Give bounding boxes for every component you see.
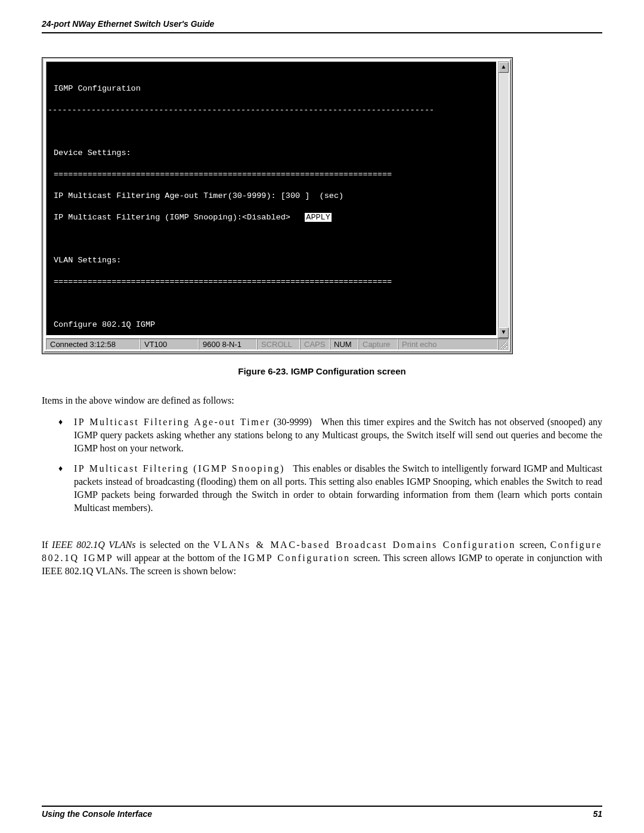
- status-emulation: VT100: [140, 339, 199, 350]
- igmp-config-ref: IGMP Configuration: [243, 553, 350, 563]
- footer-rule: [42, 806, 602, 807]
- resize-grip[interactable]: [498, 339, 509, 350]
- page-footer: Using the Console Interface 51: [42, 806, 602, 819]
- terminal-window: IGMP Configuration ---------------------…: [42, 57, 513, 354]
- bullet-item-1: ♦ IP Multicast Filtering Age-out Timer (…: [58, 416, 602, 455]
- p-seg: If: [42, 540, 52, 550]
- header-rule: [42, 32, 602, 33]
- status-print-echo: Print echo: [398, 339, 498, 350]
- term-blank: [47, 234, 496, 244]
- p-seg: is selected on the: [136, 540, 213, 550]
- status-baud: 9600 8-N-1: [199, 339, 257, 350]
- bullet-1-body: IP Multicast Filtering Age-out Timer (30…: [74, 416, 602, 455]
- scroll-up-button[interactable]: ▲: [499, 62, 509, 73]
- closing-paragraph: If IEEE 802.1Q VLANs is selected on the …: [42, 538, 602, 578]
- terminal-screen: IGMP Configuration ---------------------…: [46, 61, 497, 336]
- igmp-snooping-row: IP Multicast Filtering (IGMP Snooping):<…: [47, 212, 496, 223]
- bullet-1-range: (30-9999): [274, 417, 312, 427]
- term-eq-rule-1: ========================================…: [47, 169, 496, 180]
- p-seg: screen,: [516, 540, 550, 550]
- intro-text: Items in the above window are defined as…: [42, 394, 602, 407]
- status-bar: Connected 3:12:58 VT100 9600 8-N-1 SCROL…: [46, 338, 509, 350]
- footer-section-title: Using the Console Interface: [42, 809, 152, 819]
- status-scroll: SCROLL: [257, 339, 300, 350]
- bullet-1-label: IP Multicast Filtering Age-out Timer: [74, 417, 271, 427]
- vertical-scrollbar[interactable]: ▲ ▼: [498, 61, 509, 338]
- configure-8021q-link[interactable]: Configure 802.1Q IGMP: [47, 320, 496, 330]
- ieee-vlans-ref: IEEE 802.1Q VLANs: [52, 540, 135, 550]
- page-header-title: 24-port NWay Ethernet Switch User's Guid…: [42, 19, 602, 29]
- igmp-snooping-field[interactable]: IP Multicast Filtering (IGMP Snooping):<…: [54, 213, 305, 222]
- vlans-screen-ref: VLANs & MAC-based Broadcast Domains Conf…: [213, 540, 516, 550]
- apply-button[interactable]: APPLY: [305, 213, 332, 222]
- figure-caption: Figure 6-23. IGMP Configuration screen: [42, 366, 602, 376]
- page-number: 51: [593, 809, 602, 819]
- status-caps: CAPS: [300, 339, 330, 350]
- device-settings-label: Device Settings:: [47, 148, 496, 159]
- term-blank: [47, 126, 496, 137]
- bullet-icon: ♦: [58, 416, 74, 455]
- page: 24-port NWay Ethernet Switch User's Guid…: [0, 0, 644, 833]
- scroll-down-button[interactable]: ▼: [499, 327, 509, 338]
- term-dash-rule: ----------------------------------------…: [47, 105, 496, 116]
- bullet-icon: ♦: [58, 462, 74, 515]
- p-seg: will appear at the bottom of the: [113, 553, 243, 563]
- term-eq-rule-2: ========================================…: [47, 277, 496, 287]
- bullet-item-2: ♦ IP Multicast Filtering (IGMP Snooping)…: [58, 462, 602, 515]
- age-out-timer-field[interactable]: IP Multicast Filtering Age-out Timer(30-…: [47, 191, 496, 202]
- term-title: IGMP Configuration: [47, 83, 496, 94]
- status-num: NUM: [330, 339, 358, 350]
- term-blank: [47, 298, 496, 309]
- bullet-2-body: IP Multicast Filtering (IGMP Snooping) T…: [74, 462, 602, 515]
- terminal-inner: IGMP Configuration ---------------------…: [44, 59, 511, 352]
- status-connected: Connected 3:12:58: [46, 339, 140, 350]
- status-capture: Capture: [358, 339, 398, 350]
- bullet-2-label: IP Multicast Filtering (IGMP Snooping): [74, 463, 285, 473]
- vlan-settings-label: VLAN Settings:: [47, 255, 496, 266]
